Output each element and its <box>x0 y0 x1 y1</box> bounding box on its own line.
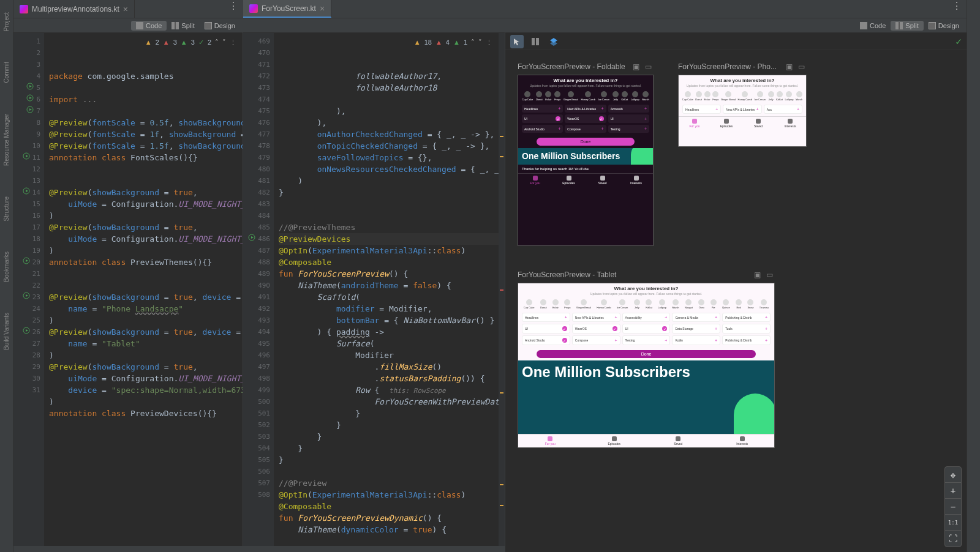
menu-icon[interactable]: ⋮ <box>230 37 236 48</box>
zoom-in-button[interactable]: + <box>945 483 961 499</box>
layers-icon[interactable] <box>547 35 560 48</box>
right-tool-rail <box>967 0 980 552</box>
chevron-down-icon[interactable]: ˅ <box>478 37 482 48</box>
error-stripe[interactable] <box>499 33 505 546</box>
deploy-icon[interactable]: ▣ <box>754 270 763 279</box>
inspection-widget[interactable]: ▲18 ▲4 ▲1 ˄ ˅ ⋮ <box>412 35 495 50</box>
view-split-button[interactable]: Split <box>891 21 923 31</box>
view-mode-bar: Code Split Design <box>505 18 967 33</box>
kotlin-file-icon <box>249 4 258 13</box>
info-icon: ▲ <box>163 37 170 48</box>
animation-preview-icon[interactable] <box>529 35 542 48</box>
tab-label: MultipreviewAnnotations.kt <box>32 5 119 13</box>
zoom-fit-button[interactable]: ⛶ <box>945 531 961 546</box>
ok-icon: ▲ <box>453 37 460 48</box>
menu-icon[interactable]: ⋮ <box>486 37 492 48</box>
gutter[interactable]: 4694704714724734744754764774784794804814… <box>243 33 274 546</box>
view-code-button[interactable]: Code <box>131 21 167 31</box>
zoom-controls: ✥ + − 1:1 ⛶ <box>944 466 962 547</box>
tab-label: ForYouScreen.kt <box>262 4 316 13</box>
interactive-icon[interactable]: ▭ <box>798 62 807 71</box>
preview-phone[interactable]: ForYouScreenPreview - Pho... ▣ ▭ What ar… <box>678 62 807 246</box>
chevron-down-icon[interactable]: ˅ <box>222 37 226 48</box>
close-icon[interactable]: × <box>123 4 128 14</box>
build-ok-icon[interactable]: ✓ <box>956 35 962 47</box>
rail-build-variants[interactable]: Build Variants <box>3 313 10 350</box>
view-design-button[interactable]: Design <box>200 21 240 31</box>
inspection-widget[interactable]: ▲2 ▲3 ▲3 ✓2 ˄ ˅ ⋮ <box>143 35 239 50</box>
main-area: MultipreviewAnnotations.kt × ⋮ ForYouScr… <box>13 0 967 552</box>
code-area[interactable]: ▲18 ▲4 ▲1 ˄ ˅ ⋮ follwableAuthor17, follw… <box>274 33 499 546</box>
view-split-button[interactable]: Split <box>167 21 199 31</box>
svg-rect-9 <box>532 38 535 45</box>
editor-tabs: MultipreviewAnnotations.kt × ⋮ ForYouScr… <box>13 0 967 18</box>
preview-title: ForYouScreenPreview - Tablet <box>518 270 616 279</box>
deploy-icon[interactable]: ▣ <box>633 62 641 71</box>
tab-menu-icon[interactable]: ⋮ <box>224 0 243 18</box>
preview-canvas[interactable]: ForYouScreenPreview - Foldable ▣ ▭ What … <box>505 50 967 552</box>
preview-title: ForYouScreenPreview - Foldable <box>518 62 625 71</box>
code-area[interactable]: ▲2 ▲3 ▲3 ✓2 ˄ ˅ ⋮ package com.google.sam… <box>44 33 243 546</box>
interactive-icon[interactable]: ▭ <box>766 270 775 279</box>
horizontal-scrollbar[interactable] <box>13 546 243 552</box>
zoom-ratio-button[interactable]: 1:1 <box>945 515 961 531</box>
rail-bookmarks[interactable]: Bookmarks <box>3 252 10 282</box>
editor-mid: 4694704714724734744754764774784794804814… <box>243 18 505 552</box>
preview-toolbar: ✓ <box>505 33 967 50</box>
close-icon[interactable]: × <box>320 4 325 13</box>
rail-commit[interactable]: Commit <box>3 62 10 83</box>
editor-left: Code Split Design 1234567891011121314151… <box>13 18 243 552</box>
rail-resource-manager[interactable]: Resource Manager <box>3 114 10 166</box>
tab-foryouscreen[interactable]: ForYouScreen.kt × <box>243 0 331 18</box>
view-mode-bar: Code Split Design <box>13 18 243 33</box>
typo-icon: ✓ <box>198 37 204 48</box>
rail-project[interactable]: Project <box>3 12 10 31</box>
ok-icon: ▲ <box>181 37 187 48</box>
tab-menu-icon[interactable]: ⋮ <box>947 0 967 18</box>
tab-multipreview-annotations[interactable]: MultipreviewAnnotations.kt × <box>13 0 135 18</box>
view-design-button[interactable]: Design <box>924 21 964 31</box>
info-icon: ▲ <box>435 37 442 48</box>
warning-icon: ▲ <box>145 37 152 48</box>
svg-rect-10 <box>536 38 539 45</box>
preview-foldable[interactable]: ForYouScreenPreview - Foldable ▣ ▭ What … <box>518 62 654 246</box>
preview-tablet[interactable]: ForYouScreenPreview - Tablet ▣ ▭ What ar… <box>518 270 775 448</box>
left-tool-rail: Project Commit Resource Manager Structur… <box>0 0 13 552</box>
preview-title: ForYouScreenPreview - Pho... <box>678 62 777 71</box>
zoom-out-button[interactable]: − <box>945 499 961 515</box>
chevron-up-icon[interactable]: ˄ <box>471 37 475 48</box>
compose-preview-panel: Code Split Design ✓ ForYouScreenPreview … <box>505 18 967 552</box>
cursor-icon[interactable] <box>510 35 524 48</box>
view-code-button[interactable]: Code <box>855 21 891 31</box>
deploy-icon[interactable]: ▣ <box>786 62 794 71</box>
warning-icon: ▲ <box>414 37 421 48</box>
gutter[interactable]: 1234567891011121314151617181920212223242… <box>13 33 44 546</box>
rail-structure[interactable]: Structure <box>3 196 10 222</box>
chevron-up-icon[interactable]: ˄ <box>215 37 219 48</box>
pan-icon[interactable]: ✥ <box>945 467 961 483</box>
interactive-icon[interactable]: ▭ <box>645 62 654 71</box>
kotlin-file-icon <box>20 5 28 13</box>
horizontal-scrollbar[interactable] <box>243 546 505 552</box>
